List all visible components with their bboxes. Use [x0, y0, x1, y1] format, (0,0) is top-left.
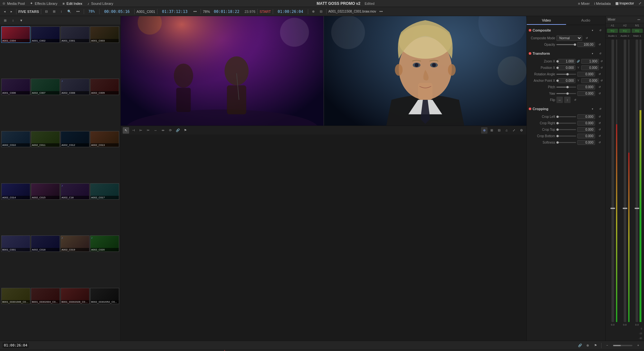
inspector-btn[interactable]: ▦ Inspector — [615, 1, 634, 5]
clip-thumb-A002_C011[interactable]: A002_C011 — [31, 131, 60, 147]
trim-edit-tool[interactable]: ⊣ — [130, 127, 137, 134]
audio-meter-btn[interactable]: ♫ — [503, 127, 510, 134]
list-view-btn[interactable]: ⊟ — [43, 8, 50, 15]
clip-thumb-A002_C16[interactable]: A002_C16 ♪ — [61, 183, 90, 200]
timeline-view-btn[interactable]: ⊟ — [496, 127, 502, 134]
fader-m1-track[interactable] — [636, 40, 638, 322]
fader-a2-handle[interactable] — [623, 208, 627, 209]
composite-expand-btn[interactable]: ▾ — [589, 27, 596, 33]
transform-reset-btn[interactable]: ↺ — [597, 50, 603, 57]
clip-thumb-A001_C002[interactable]: A001_C002 — [31, 26, 60, 43]
crop-bottom-slider[interactable] — [556, 136, 576, 137]
cropping-reset-btn[interactable]: ↺ — [597, 106, 603, 112]
clip-thumb-A002_C018[interactable]: A002_C018 — [31, 235, 60, 252]
tc-options-btn[interactable]: ••• — [191, 8, 199, 15]
fullscreen-btn[interactable]: ⤢ — [511, 127, 517, 134]
media-sort-btn[interactable]: ↕ — [10, 17, 16, 24]
slide-tool[interactable]: ⇔ — [160, 127, 166, 134]
more-btn[interactable]: ••• — [74, 8, 82, 15]
crop-top-reset-btn[interactable]: ↺ — [596, 126, 603, 133]
select-tool[interactable]: ↖ — [123, 127, 129, 134]
mixer-btn[interactable]: ≡ Mixer — [578, 2, 590, 5]
flag-tool[interactable]: ⚑ — [182, 127, 188, 134]
clip-thumb-A002_C013[interactable]: A002_C013 — [90, 131, 119, 147]
metadata-btn[interactable]: i Metadata — [594, 2, 611, 5]
search-btn[interactable]: 🔍 — [65, 8, 73, 15]
composite-mode-select[interactable]: Normal Add Multiply — [556, 35, 582, 41]
fader-a2-track[interactable] — [624, 40, 626, 322]
clip-thumb-A002_C008[interactable]: A002_C008 ♪ — [61, 79, 90, 95]
clip-options-btn[interactable]: ••• — [377, 8, 385, 15]
eq-m1-btn[interactable]: EQ — [632, 29, 643, 33]
clip-thumb-A002_C014[interactable]: A002_C014 — [1, 183, 30, 200]
media-filter-btn[interactable]: ▼ — [18, 17, 25, 24]
expand-btn[interactable]: ⤢ — [639, 1, 641, 5]
crop-left-reset-btn[interactable]: ↺ — [596, 113, 603, 120]
eq-a1-btn[interactable]: EQ — [607, 29, 618, 33]
fader-a1-track[interactable] — [611, 40, 614, 322]
link-tool[interactable]: 🔗 — [175, 127, 181, 134]
settings-btn[interactable]: ⚙ — [518, 127, 525, 134]
tl-link-btn[interactable]: 🔗 — [577, 342, 583, 349]
clip-thumb-B001_3[interactable]: B001_03302028_C04... — [61, 288, 90, 304]
eq-a2-btn[interactable]: EQ — [619, 29, 630, 33]
tl-zoom-in[interactable]: + — [635, 342, 641, 349]
clip-thumb-A002_C019[interactable]: A002_C019 ♪ — [61, 235, 90, 252]
crop-bottom-reset-btn[interactable]: ↺ — [596, 133, 603, 139]
clip-thumb-A001_C001[interactable]: A001_C001 — [61, 26, 90, 43]
clip-thumb-B001_2[interactable]: B001_03302004_C0... — [31, 288, 60, 304]
retime-tool[interactable]: ⟳ — [167, 127, 174, 134]
fader-m1-handle[interactable] — [635, 208, 639, 209]
nav-forward-btn[interactable]: ▸ — [9, 8, 14, 15]
clip-thumb-A002_C012[interactable]: A002_C012 — [61, 131, 90, 147]
rot-slider[interactable] — [556, 74, 576, 75]
clip-thumb-B001_1[interactable]: B001_03301946_C02... — [1, 288, 30, 304]
clip-thumb-A001_C003[interactable]: A001_C003 — [90, 26, 119, 43]
opacity-slider[interactable] — [556, 44, 576, 45]
crop-top-slider[interactable] — [556, 129, 576, 130]
softness-slider[interactable] — [556, 142, 576, 143]
rot-reset-btn[interactable]: ↺ — [596, 71, 603, 77]
zoom-in-btn[interactable]: ⊕ — [310, 8, 317, 15]
slip-tool[interactable]: ↔ — [152, 127, 159, 134]
crop-right-reset-btn[interactable]: ↺ — [596, 120, 603, 126]
clip-thumb-A002_C009[interactable]: A002_C009 — [90, 79, 119, 95]
composite-mode-reset[interactable]: ↺ — [583, 35, 590, 41]
flip-h-btn[interactable]: ↔ — [556, 97, 563, 103]
linked-sel-btn[interactable]: ⊞ — [488, 127, 495, 134]
sort-btn[interactable]: ↕ — [59, 8, 64, 15]
clip-thumb-B002_1[interactable]: B002_03302052_C0... — [90, 288, 119, 304]
crop-right-slider[interactable] — [556, 123, 576, 124]
effects-library-btn[interactable]: ✦ Effects Library — [30, 1, 57, 5]
clip-thumb-A001_C006[interactable]: A001_C006 — [1, 79, 30, 95]
clip-thumb-A001_C004[interactable]: A001_C004 — [1, 26, 30, 43]
grid-view-btn[interactable]: ⊞ — [51, 8, 57, 15]
tl-snap-btn[interactable]: ⊕ — [584, 342, 591, 349]
snapping-btn[interactable]: ⊕ — [481, 127, 488, 134]
transform-expand-btn[interactable]: ▾ — [589, 50, 596, 57]
tl-marker-btn[interactable]: ⚑ — [592, 342, 599, 349]
flip-reset-btn[interactable]: ↺ — [572, 97, 578, 103]
cropping-expand-btn[interactable]: ▾ — [589, 106, 596, 112]
clip-thumb-B001_C001[interactable]: B001_C001 — [1, 235, 30, 252]
zoom-link-btn[interactable]: 🔗 — [577, 58, 580, 64]
opacity-reset[interactable]: ↺ — [596, 41, 603, 48]
zoom-reset-btn[interactable]: ↺ — [600, 58, 603, 64]
audio-tab[interactable]: Audio — [566, 16, 605, 25]
pitch-slider[interactable] — [556, 87, 576, 88]
clip-thumb-A002_C017[interactable]: A002_C017 — [90, 183, 119, 200]
edit-index-btn[interactable]: ≡ Edit Index — [62, 2, 82, 5]
tl-zoom-slider[interactable] — [613, 345, 632, 346]
clip-thumb-A002_C020[interactable]: A002_C020 ♪ — [90, 235, 119, 252]
clip-thumb-A002_C015[interactable]: A002_C015 — [31, 183, 60, 200]
pos-reset-btn[interactable]: ↺ — [600, 64, 603, 71]
yaw-reset-btn[interactable]: ↺ — [596, 90, 603, 97]
softness-reset-btn[interactable]: ↺ — [596, 139, 603, 146]
clip-thumb-A002_C007[interactable]: A002_C007 — [31, 79, 60, 95]
composite-reset-btn[interactable]: ↺ — [597, 27, 603, 33]
anchor-reset-btn[interactable]: ↺ — [600, 77, 603, 84]
tl-zoom-out[interactable]: − — [604, 342, 611, 349]
flip-v-btn[interactable]: ↕ — [564, 97, 571, 103]
video-tab[interactable]: Video — [527, 16, 566, 25]
crop-left-slider[interactable] — [556, 116, 576, 117]
